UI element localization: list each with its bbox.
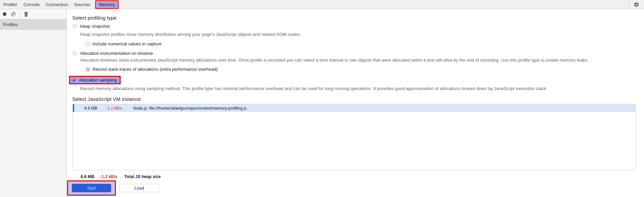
settings-gear-icon[interactable] — [633, 2, 639, 7]
vm-instance-table: 6.6 MB ↑1.2 kB/s Node.js: file:///home/r… — [72, 104, 636, 170]
tab-profiler[interactable]: Profiler — [3, 2, 17, 7]
devtools-memory-panel: Profiler Console Connection Sources Memo… — [0, 0, 644, 197]
heap-snapshot-description: Heap snapshot profiles show memory distr… — [80, 32, 301, 37]
allocation-sampling-description: Record memory allocations using sampling… — [80, 86, 547, 91]
total-heap-size-value: 6.6 MB — [81, 174, 94, 179]
checkbox-record-stack-traces[interactable]: Record stack traces of allocations (extr… — [86, 67, 218, 72]
allocation-timeline-description: Allocation timelines show instrumented J… — [80, 58, 588, 63]
radio-label: Allocation instrumentation on timeline — [80, 51, 153, 56]
radio-icon — [72, 24, 77, 28]
load-button[interactable]: Load — [119, 184, 159, 192]
checkbox-include-numerical-values[interactable]: Include numerical values in capture — [86, 41, 162, 46]
start-button[interactable]: Start — [72, 184, 111, 192]
tab-sources[interactable]: Sources — [74, 2, 90, 7]
vm-instance-heading: Select JavaScript VM instance — [72, 96, 141, 102]
clear-all-icon[interactable] — [11, 12, 16, 16]
vm-instance-name: Node.js: file:///home/rafaelgss/repos/os… — [133, 106, 247, 111]
toolbar-divider — [20, 12, 20, 17]
tab-bar: Profiler Console Connection Sources Memo… — [0, 0, 644, 9]
memory-panel-content: Select profiling type Heap snapshot Heap… — [67, 9, 644, 197]
radio-label: Heap snapshot — [80, 24, 109, 29]
checkbox-label: Include numerical values in capture — [92, 41, 162, 46]
trash-icon[interactable] — [24, 12, 28, 17]
total-heap-size-label: Total JS heap size — [124, 174, 161, 179]
tab-console[interactable]: Console — [23, 2, 40, 7]
radio-heap-snapshot[interactable]: Heap snapshot — [72, 24, 109, 29]
record-icon[interactable] — [3, 12, 6, 16]
vm-instance-row[interactable]: 6.6 MB ↑1.2 kB/s Node.js: file:///home/r… — [73, 104, 636, 112]
radio-selected-icon — [71, 78, 76, 82]
vm-heap-rate: ↑1.2 kB/s — [105, 106, 124, 111]
radio-icon — [72, 51, 77, 56]
checkbox-icon — [86, 42, 90, 46]
profiles-toolbar — [0, 9, 66, 19]
total-heap-rate-value: ↑1.2 kB/s — [99, 174, 118, 179]
sidebar: Profiles — [0, 9, 67, 197]
vm-heap-size: 6.6 MB — [84, 106, 101, 111]
profiling-type-heading: Select profiling type — [72, 15, 117, 21]
radio-allocation-sampling[interactable]: Allocation sampling — [69, 76, 121, 84]
checkbox-icon — [86, 67, 90, 71]
start-button-highlight: Start — [67, 180, 116, 196]
tab-bar-right — [629, 0, 639, 9]
checkbox-label: Record stack traces of allocations (extr… — [92, 67, 218, 72]
tab-memory[interactable]: Memory — [95, 0, 119, 9]
toolbar-divider — [629, 2, 629, 7]
radio-label: Allocation sampling — [79, 78, 117, 83]
heap-totals: 6.6 MB ↑1.2 kB/s Total JS heap size — [81, 174, 161, 179]
profiles-section-header: Profiles — [0, 19, 66, 30]
tab-connection[interactable]: Connection — [46, 2, 68, 7]
radio-allocation-timeline[interactable]: Allocation instrumentation on timeline — [72, 51, 153, 56]
